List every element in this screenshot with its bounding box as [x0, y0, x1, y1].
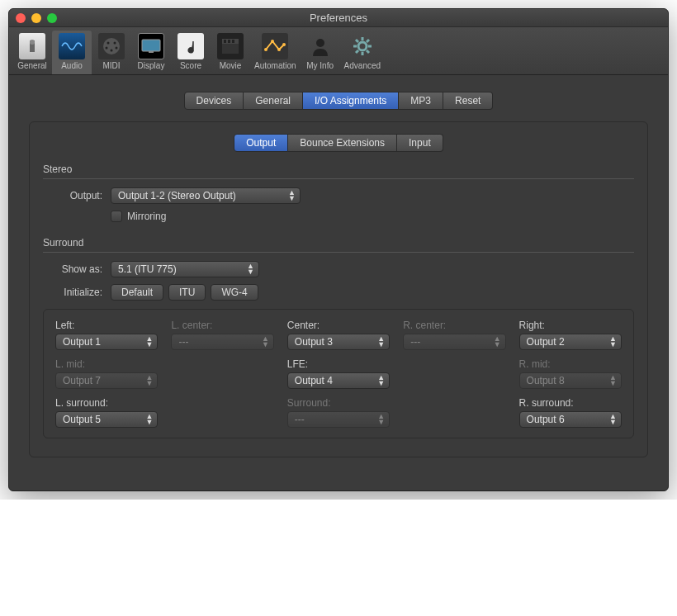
initialize-default-button[interactable]: Default: [111, 284, 163, 301]
svg-rect-8: [142, 40, 160, 51]
channel-select-r-center: ---▲▼: [403, 334, 505, 350]
stereo-output-select[interactable]: Output 1-2 (Stereo Output) ▲▼: [111, 187, 301, 204]
showas-label: Show as:: [43, 263, 111, 275]
channel-value: ---: [178, 336, 188, 348]
channel-value: Output 5: [63, 414, 101, 425]
channel-assignment-grid: Left:Output 1▲▼L. center:---▲▼Center:Out…: [43, 309, 634, 438]
content: DevicesGeneralI/O AssignmentsMP3Reset Ou…: [9, 75, 668, 490]
svg-point-2: [103, 38, 120, 54]
svg-point-18: [277, 48, 281, 51]
toolbar-label: Audio: [61, 61, 83, 70]
audio-section-tabs: DevicesGeneralI/O AssignmentsMP3Reset: [184, 92, 494, 110]
channel-select-l-surround[interactable]: Output 5▲▼: [55, 411, 158, 428]
toolbar-score[interactable]: Score: [171, 31, 211, 74]
toolbar-label: Automation: [254, 61, 296, 70]
channel-label: LFE:: [287, 358, 390, 370]
channel-select-l-mid: Output 7▲▼: [55, 372, 158, 389]
showas-select[interactable]: 5.1 (ITU 775) ▲▼: [111, 261, 259, 277]
caret-icon: ▲▼: [494, 336, 501, 348]
initialize-buttons: DefaultITUWG-4: [111, 284, 258, 301]
subtab-input[interactable]: Input: [397, 134, 443, 152]
channel-select-lfe[interactable]: Output 4▲▼: [287, 372, 390, 389]
cell-r-surround: R. surround:Output 6▲▼: [519, 397, 622, 428]
tab-reset[interactable]: Reset: [443, 92, 493, 110]
mirroring-label: Mirroring: [127, 211, 166, 222]
channel-label: L. mid:: [55, 358, 158, 370]
channel-label: L. center:: [171, 320, 273, 331]
channel-value: Output 1: [63, 336, 101, 348]
svg-point-1: [30, 40, 35, 45]
caret-icon: ▲▼: [145, 375, 153, 386]
initialize-itu-button[interactable]: ITU: [168, 284, 206, 301]
svg-point-3: [107, 42, 110, 45]
channel-select-center[interactable]: Output 3▲▼: [287, 334, 390, 350]
svg-point-21: [358, 42, 367, 50]
svg-point-5: [106, 47, 108, 50]
caret-icon: ▲▼: [262, 336, 269, 348]
channel-value: Output 6: [527, 414, 565, 425]
cell-left: Left:Output 1▲▼: [55, 320, 158, 350]
automation-icon: [262, 33, 288, 59]
channel-select-right[interactable]: Output 2▲▼: [519, 334, 622, 350]
toolbar-audio[interactable]: Audio: [52, 31, 92, 74]
channel-label: R. surround:: [519, 397, 622, 409]
stereo-output-value: Output 1-2 (Stereo Output): [118, 190, 236, 201]
subtab-bounce-extensions[interactable]: Bounce Extensions: [288, 134, 397, 152]
channel-label: Center:: [287, 320, 390, 331]
channel-value: Output 3: [295, 336, 333, 348]
advanced-icon: [349, 33, 376, 59]
channel-value: ---: [410, 336, 420, 348]
io-assignments-panel: OutputBounce ExtensionsInput Stereo Outp…: [29, 121, 648, 457]
cell-r-center: R. center:---▲▼: [403, 320, 505, 350]
caret-icon: ▲▼: [288, 190, 296, 201]
cell-l-surround: L. surround:Output 5▲▼: [55, 397, 158, 428]
channel-select-l-center: ---▲▼: [171, 334, 273, 350]
mirroring-checkbox[interactable]: [111, 211, 122, 222]
showas-value: 5.1 (ITU 775): [118, 263, 177, 275]
movie-icon: [217, 33, 244, 59]
close-button[interactable]: [16, 13, 26, 23]
channel-label: Left:: [55, 320, 158, 331]
toolbar-advanced[interactable]: Advanced: [340, 31, 385, 74]
toolbar-general[interactable]: General: [12, 31, 52, 74]
svg-line-26: [356, 40, 358, 42]
tab-mp3[interactable]: MP3: [399, 92, 443, 110]
toolbar-label: Display: [138, 61, 165, 70]
caret-icon: ▲▼: [377, 414, 385, 425]
toolbar-display[interactable]: Display: [131, 31, 171, 74]
output-label: Output:: [43, 190, 111, 201]
io-subtabs: OutputBounce ExtensionsInput: [234, 134, 443, 152]
channel-label: R. center:: [403, 320, 505, 331]
channel-select-left[interactable]: Output 1▲▼: [55, 334, 158, 350]
svg-rect-11: [222, 44, 239, 54]
caret-icon: ▲▼: [145, 336, 153, 348]
caret-icon: ▲▼: [247, 263, 254, 275]
svg-line-29: [367, 40, 369, 42]
svg-point-4: [114, 42, 116, 45]
tab-devices[interactable]: Devices: [184, 92, 244, 110]
svg-point-17: [271, 40, 274, 43]
titlebar: Preferences: [9, 9, 668, 27]
stereo-heading: Stereo: [43, 163, 634, 179]
myinfo-icon: [307, 33, 334, 59]
surround-section: Surround Show as: 5.1 (ITU 775) ▲▼ Initi…: [43, 237, 634, 438]
minimize-button[interactable]: [31, 13, 41, 23]
svg-point-19: [282, 43, 286, 46]
cell-lfe: LFE:Output 4▲▼: [287, 358, 390, 389]
caret-icon: ▲▼: [609, 414, 617, 425]
channel-label: L. surround:: [55, 397, 158, 409]
zoom-button[interactable]: [47, 13, 57, 23]
channel-select-surround: ---▲▼: [287, 411, 390, 428]
channel-select-r-surround[interactable]: Output 6▲▼: [519, 411, 622, 428]
tab-general[interactable]: General: [244, 92, 303, 110]
tab-i-o-assignments[interactable]: I/O Assignments: [303, 92, 399, 110]
toolbar-movie[interactable]: Movie: [211, 31, 250, 74]
toolbar-midi[interactable]: MIDI: [92, 31, 131, 74]
toolbar-myinfo[interactable]: My Info: [301, 31, 340, 74]
channel-value: Output 7: [63, 375, 101, 386]
channel-label: R. mid:: [519, 358, 622, 370]
subtab-output[interactable]: Output: [234, 134, 288, 152]
channel-value: Output 4: [295, 375, 333, 386]
toolbar-automation[interactable]: Automation: [250, 31, 301, 74]
initialize-wg-4-button[interactable]: WG-4: [211, 284, 258, 301]
